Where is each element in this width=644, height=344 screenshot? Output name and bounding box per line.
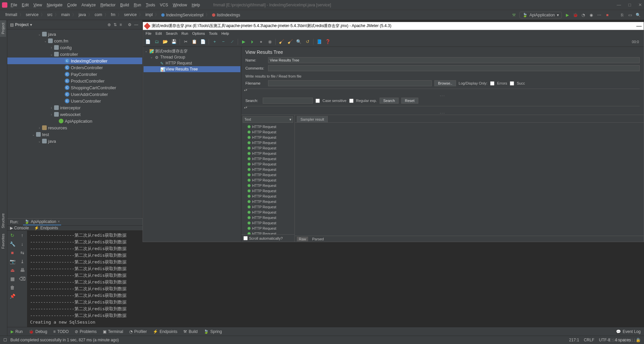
stop-icon[interactable]: ● xyxy=(258,39,264,45)
expand-icon[interactable]: ≡ xyxy=(120,22,122,27)
renderer-dropdown[interactable]: Text▾ xyxy=(243,116,293,123)
btab-terminal[interactable]: ▣Terminal xyxy=(103,329,123,334)
tab-console[interactable]: ▶ Console xyxy=(10,226,29,230)
clear-all-icon[interactable]: 🧹 xyxy=(287,39,293,45)
jm-menu-edit[interactable]: Edit xyxy=(156,31,162,35)
result-row[interactable]: HTTP Request xyxy=(241,215,294,220)
clear-icon[interactable]: ⌫ xyxy=(19,276,26,281)
crumb-impl[interactable]: impl xyxy=(143,12,155,18)
tree-class-orderscontroller[interactable]: COrdersController xyxy=(7,64,142,71)
errors-checkbox[interactable] xyxy=(490,81,494,86)
result-row[interactable]: HTTP Request xyxy=(241,178,294,183)
result-row[interactable]: HTTP Request xyxy=(241,135,294,140)
scroll-auto-checkbox[interactable] xyxy=(243,236,248,240)
menu-refactor[interactable]: Refactor xyxy=(100,3,116,7)
cut-icon[interactable]: ✂ xyxy=(183,39,189,45)
up-icon[interactable]: ↑ xyxy=(21,233,23,238)
wrench-icon[interactable]: 🔧 xyxy=(10,241,15,247)
run-config-dropdown[interactable]: 🍃 ApiApplication ▾ xyxy=(519,12,562,18)
result-row[interactable]: HTTP Request xyxy=(241,140,294,145)
vtab-structure[interactable]: Structure xyxy=(0,211,6,231)
debug-icon[interactable]: 🐞 xyxy=(573,12,578,18)
stop-icon[interactable]: ■ xyxy=(605,12,610,18)
tab-sampler-result[interactable]: Sampler result xyxy=(297,116,328,122)
result-row[interactable]: HTTP Request xyxy=(241,220,294,226)
result-row[interactable]: HTTP Request xyxy=(241,204,294,210)
jm-menu-run[interactable]: Run xyxy=(182,31,188,35)
btab-problems[interactable]: ⊘Problems xyxy=(75,329,97,334)
btab-debug[interactable]: 🐞Debug xyxy=(29,329,47,334)
minimize-icon[interactable]: — xyxy=(617,2,621,7)
layout-icon[interactable]: ▭ xyxy=(627,12,633,18)
down-icon[interactable]: ↓ xyxy=(21,241,23,247)
save-icon[interactable]: 💾 xyxy=(171,39,177,45)
crumb-service[interactable]: service xyxy=(24,12,40,18)
status-lineend[interactable]: CRLF xyxy=(584,338,594,342)
menu-edit[interactable]: Edit xyxy=(22,3,29,7)
result-row[interactable]: HTTP Request xyxy=(241,183,294,188)
stop-icon[interactable]: ■ xyxy=(11,250,14,255)
name-input[interactable] xyxy=(268,57,640,63)
jm-menu-file[interactable]: File xyxy=(146,31,152,35)
tree-pkg-comfm[interactable]: ⌄com.fm xyxy=(7,37,142,44)
status-encoding[interactable]: UTF-8 xyxy=(599,338,610,342)
result-row[interactable]: HTTP Request xyxy=(241,151,294,156)
btab-build[interactable]: ⚒Build xyxy=(183,329,198,334)
menu-code[interactable]: Code xyxy=(67,3,77,7)
result-row[interactable]: HTTP Request xyxy=(241,167,294,172)
menu-navigate[interactable]: Navigate xyxy=(47,3,62,7)
copy-icon[interactable]: 📋 xyxy=(191,39,197,45)
scroll-icon[interactable]: ⤓ xyxy=(20,259,24,264)
status-indent[interactable]: 4 spaces xyxy=(615,338,631,342)
event-log[interactable]: 💬Event Log xyxy=(616,329,641,334)
splitter-icon[interactable]: ··· xyxy=(241,111,644,114)
jm-menu-options[interactable]: Options xyxy=(192,31,205,35)
jm-menu-tools[interactable]: Tools xyxy=(209,31,218,35)
new-icon[interactable]: 📄 xyxy=(145,39,151,45)
rerun-icon[interactable]: ↻ xyxy=(10,233,14,238)
crumb-method[interactable]: listIndexImgs xyxy=(210,12,242,18)
menu-build[interactable]: Build xyxy=(120,3,129,7)
tab-endpoints[interactable]: ⚡ Endpoints xyxy=(34,226,58,230)
crumb-src[interactable]: src xyxy=(45,12,54,18)
open-icon[interactable]: 📂 xyxy=(162,39,168,45)
jm-menu-help[interactable]: Help xyxy=(221,31,229,35)
result-row[interactable]: HTTP Request xyxy=(241,188,294,194)
jm-tree-testplan[interactable]: ⌄🧪测试redis缓存击穿 xyxy=(144,48,240,54)
successes-checkbox[interactable] xyxy=(510,81,514,86)
status-icon[interactable]: ☐ xyxy=(3,338,7,342)
comments-input[interactable] xyxy=(268,65,640,71)
splitter-icon[interactable]: ··· xyxy=(241,93,644,97)
search-input[interactable] xyxy=(263,98,313,104)
result-row[interactable]: HTTP Request xyxy=(241,161,294,167)
jmeter-minimize-icon[interactable]: — xyxy=(636,23,642,29)
jm-menu-search[interactable]: Search xyxy=(166,31,178,35)
tree-class-userscontroller[interactable]: CUsersController xyxy=(7,98,142,104)
vtab-favorites[interactable]: Favorites xyxy=(0,231,6,251)
plus-icon[interactable]: + xyxy=(212,39,218,45)
jm-tree-httprequest[interactable]: ✎HTTP Request xyxy=(144,60,240,66)
function-icon[interactable]: 📘 xyxy=(316,39,322,45)
tree-class-productcontroller[interactable]: CProductController xyxy=(7,78,142,84)
target-icon[interactable]: ⊕ xyxy=(108,22,111,27)
tab-raw[interactable]: Raw xyxy=(297,237,308,241)
tab-parsed[interactable]: Parsed xyxy=(310,237,326,241)
hide-icon[interactable]: — xyxy=(134,22,138,27)
case-checkbox[interactable] xyxy=(315,99,320,103)
search-icon[interactable]: 🔍 xyxy=(635,12,641,18)
exit-icon[interactable]: ⏏ xyxy=(10,267,15,273)
menu-view[interactable]: View xyxy=(33,3,42,7)
chevron-down-icon[interactable]: ▾ xyxy=(30,22,32,27)
jm-tree-threadgroup[interactable]: ⌄⚙Thread Group xyxy=(144,54,240,60)
paste-icon[interactable]: 📄 xyxy=(200,39,206,45)
tree-resources[interactable]: ›resources xyxy=(7,124,142,131)
menu-vcs[interactable]: VCS xyxy=(160,3,168,7)
collapse-icon[interactable]: ⇅ xyxy=(114,22,117,27)
clear-icon[interactable]: 🧹 xyxy=(278,39,284,45)
tree-pkg-interceptor[interactable]: ›interceptor xyxy=(7,104,142,111)
result-row[interactable]: HTTP Request xyxy=(241,199,294,204)
result-list[interactable]: HTTP RequestHTTP RequestHTTP RequestHTTP… xyxy=(241,124,294,234)
pin-icon[interactable]: 📌 xyxy=(10,294,15,299)
result-row[interactable]: HTTP Request xyxy=(241,194,294,199)
tree-pkg-config[interactable]: ›config xyxy=(7,44,142,51)
